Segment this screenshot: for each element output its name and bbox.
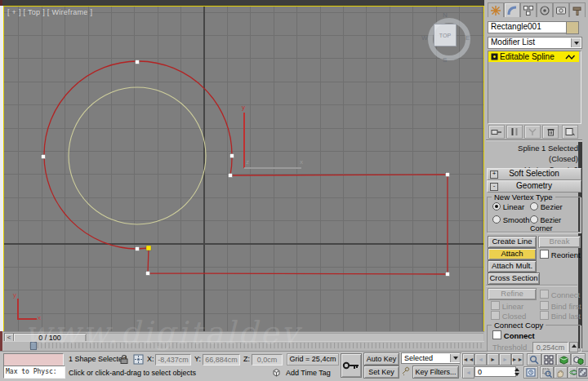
tab-create[interactable] xyxy=(488,2,504,17)
tab-motion[interactable] xyxy=(537,2,553,17)
zoom-extents-all-button[interactable] xyxy=(571,353,586,365)
y-coord-label: Y: xyxy=(194,353,201,365)
radio-icon[interactable] xyxy=(492,202,501,210)
tab-display[interactable] xyxy=(553,2,569,17)
linear-checkbox[interactable]: Linear xyxy=(491,301,523,311)
track-bar-ruler[interactable] xyxy=(3,342,484,351)
z-coord-field[interactable]: 0,0cm xyxy=(252,354,283,365)
stack-item-editable-spline[interactable]: Editable Spline xyxy=(488,51,579,62)
spinner-down-icon[interactable] xyxy=(514,373,519,376)
modifier-stack[interactable]: Editable Spline xyxy=(488,51,581,124)
bind-first-checkbox[interactable]: Bind first xyxy=(540,301,581,311)
cross-section-button[interactable]: Cross Section xyxy=(488,272,540,285)
remove-modifier-button[interactable] xyxy=(542,125,559,139)
pin-stack-button[interactable] xyxy=(488,125,505,139)
break-button[interactable]: Break xyxy=(538,236,581,248)
checkbox-icon[interactable] xyxy=(540,311,549,320)
viewcube-north-label[interactable]: N xyxy=(443,11,448,19)
reorient-checkbox[interactable]: Reorient xyxy=(540,250,581,259)
threshold-field[interactable]: 0,254cm xyxy=(532,342,568,353)
set-keys-button[interactable] xyxy=(341,353,362,378)
time-slider-track[interactable] xyxy=(86,333,483,341)
tab-hierarchy[interactable] xyxy=(520,2,537,17)
selection-filter-dropdown[interactable]: Selected xyxy=(401,352,461,364)
zoom-all-button[interactable] xyxy=(541,353,556,365)
radio-bezier-corner[interactable]: Bezier Corner xyxy=(530,215,580,233)
make-unique-button[interactable] xyxy=(524,125,541,139)
isolate-cube-icon[interactable] xyxy=(271,367,282,378)
chevron-down-icon[interactable] xyxy=(571,38,581,47)
pan-button[interactable] xyxy=(554,366,568,379)
closed-checkbox[interactable]: Closed xyxy=(491,311,526,321)
x-coord-field[interactable]: -8,437cm xyxy=(155,354,191,365)
zoom-region-button[interactable] xyxy=(540,366,554,379)
absolute-offset-toggle-icon[interactable] xyxy=(133,354,144,365)
checkbox-icon[interactable] xyxy=(540,250,549,259)
refine-button[interactable]: Refine xyxy=(488,288,537,300)
current-frame-field[interactable]: 0 xyxy=(474,366,516,377)
macro-recorder-pane[interactable] xyxy=(3,353,64,366)
previous-frame-button[interactable]: ◄ xyxy=(474,353,487,365)
viewport-label[interactable]: [ + ] [ Top ] [ Wireframe ] xyxy=(7,8,92,16)
auto-key-button[interactable]: Auto Key xyxy=(363,352,399,365)
radio-bezier[interactable]: Bezier xyxy=(530,202,563,211)
time-configuration-button[interactable] xyxy=(523,366,538,379)
next-frame-button[interactable]: ► xyxy=(499,353,511,365)
connect-copy-checkbox[interactable]: Connect xyxy=(492,330,535,340)
show-end-result-button[interactable] xyxy=(506,125,523,139)
checkbox-icon[interactable] xyxy=(540,290,549,299)
maxscript-listener-pane[interactable]: Max to Physc: xyxy=(3,365,65,379)
viewcube-south-label[interactable]: S xyxy=(443,56,447,64)
attach-button[interactable]: Attach xyxy=(488,248,537,260)
rollout-geometry[interactable]: - Geometry xyxy=(487,180,581,193)
object-name-field[interactable]: Rectangle001 xyxy=(488,21,567,33)
key-mode-toggle-button[interactable]: ◄ xyxy=(462,366,474,379)
selection-lock-icon[interactable] xyxy=(119,354,129,365)
object-color-swatch[interactable] xyxy=(566,21,579,34)
zoom-button[interactable] xyxy=(527,353,541,365)
zoom-extents-button[interactable] xyxy=(556,353,571,365)
threshold-label: Threshold xyxy=(492,343,527,352)
radio-icon[interactable] xyxy=(492,215,501,224)
viewport-canvas[interactable]: yxz xyxy=(4,7,483,331)
viewport-top-wireframe[interactable]: yxz [ + ] [ Top ] [ Wireframe ] N S W E … xyxy=(3,6,484,332)
key-filters-icon[interactable] xyxy=(401,366,411,376)
spinner-up-icon[interactable] xyxy=(572,344,577,348)
threshold-spinner[interactable] xyxy=(569,342,578,352)
radio-icon[interactable] xyxy=(530,202,538,210)
viewcube-west-label[interactable]: W xyxy=(421,34,428,42)
viewcube[interactable]: N S W E TOP xyxy=(423,13,475,65)
checkbox-icon[interactable] xyxy=(540,301,549,310)
viewcube-east-label[interactable]: E xyxy=(466,34,470,42)
configure-modifier-sets-button[interactable] xyxy=(562,125,578,139)
set-key-button[interactable]: Set Key xyxy=(363,365,399,379)
go-to-end-button[interactable]: ►► xyxy=(511,353,523,365)
radio-icon[interactable] xyxy=(530,215,538,224)
modifier-list-dropdown[interactable]: Modifier List xyxy=(488,37,582,49)
radio-smooth[interactable]: Smooth xyxy=(492,215,530,224)
play-button[interactable]: ► xyxy=(487,353,499,365)
key-filters-button[interactable]: Key Filters... xyxy=(412,365,459,379)
trackbar-frame-marker[interactable] xyxy=(31,343,37,350)
checkbox-icon[interactable] xyxy=(491,311,500,320)
frame-spinner[interactable] xyxy=(514,366,520,377)
rollout-toggle[interactable]: + xyxy=(490,171,498,179)
add-time-tag[interactable]: Add Time Tag xyxy=(286,367,331,379)
checkbox-icon[interactable] xyxy=(492,330,501,339)
bind-last-checkbox[interactable]: Bind last xyxy=(540,311,581,321)
connect-checkbox[interactable]: Connect xyxy=(540,290,580,299)
chevron-down-icon[interactable] xyxy=(450,354,460,362)
maximize-viewport-toggle-button[interactable] xyxy=(577,366,588,379)
go-to-start-button[interactable]: ◄◄ xyxy=(462,353,474,365)
create-line-button[interactable]: Create Line xyxy=(488,236,537,248)
attach-mult-button[interactable]: Attach Mult. xyxy=(488,260,537,272)
tab-utilities[interactable] xyxy=(569,2,586,17)
rollout-soft-selection[interactable]: + Soft Selection xyxy=(487,168,581,180)
tab-modify[interactable] xyxy=(504,2,520,17)
checkbox-icon[interactable] xyxy=(491,301,500,310)
viewcube-top-face[interactable]: TOP xyxy=(434,24,457,47)
y-coord-field[interactable]: 66,884cm xyxy=(203,354,240,365)
spinner-up-icon[interactable] xyxy=(514,368,519,371)
rollout-toggle[interactable]: - xyxy=(490,183,498,191)
radio-linear[interactable]: Linear xyxy=(492,202,524,211)
